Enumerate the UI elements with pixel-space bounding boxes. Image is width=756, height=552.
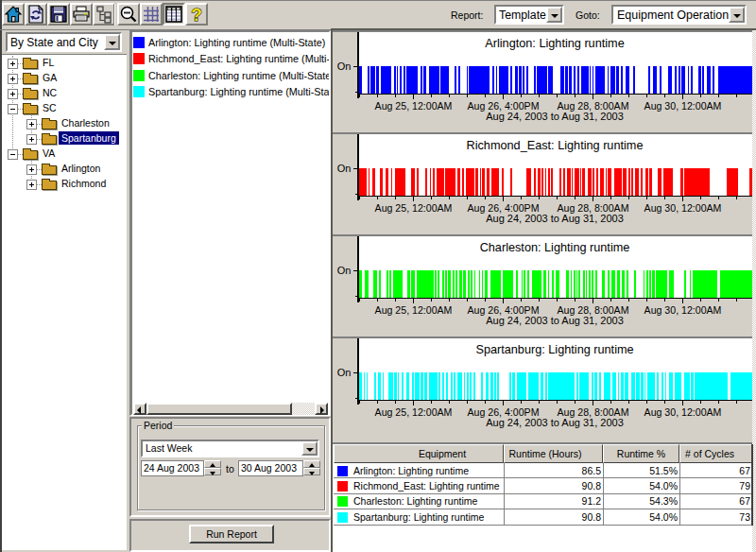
svg-text:Aug 24, 2003 to Aug 31, 2003: Aug 24, 2003 to Aug 31, 2003: [486, 417, 624, 428]
svg-text:On: On: [337, 60, 352, 72]
svg-text:On: On: [337, 367, 352, 378]
svg-text:Aug 25, 12:00AM: Aug 25, 12:00AM: [375, 304, 453, 316]
svg-text:Arlington: Lighting runtime: Arlington: Lighting runtime: [485, 37, 624, 50]
svg-text:Aug 30, 12:00AM: Aug 30, 12:00AM: [644, 304, 722, 316]
svg-text:?: ?: [191, 5, 202, 24]
svg-text:On: On: [337, 265, 352, 276]
svg-text:Aug 30, 12:00AM: Aug 30, 12:00AM: [644, 406, 722, 418]
svg-text:Aug 30, 12:00AM: Aug 30, 12:00AM: [644, 202, 722, 214]
svg-text:Charleston: Lighting runtime: Charleston: Lighting runtime: [480, 241, 630, 254]
svg-text:Richmond_East: Lighting runtim: Richmond_East: Lighting runtime: [467, 139, 644, 152]
svg-text:Aug 25, 12:00AM: Aug 25, 12:00AM: [375, 406, 453, 418]
svg-text:Aug 24, 2003 to Aug 31, 2003: Aug 24, 2003 to Aug 31, 2003: [486, 213, 624, 224]
svg-text:Aug 25, 12:00AM: Aug 25, 12:00AM: [375, 100, 453, 112]
svg-text:Aug 24, 2003 to Aug 31, 2003: Aug 24, 2003 to Aug 31, 2003: [486, 111, 624, 122]
svg-text:Spartanburg: Lighting runtime: Spartanburg: Lighting runtime: [475, 343, 633, 356]
svg-text:On: On: [337, 163, 352, 174]
svg-text:Aug 30, 12:00AM: Aug 30, 12:00AM: [644, 100, 722, 112]
svg-text:Aug 25, 12:00AM: Aug 25, 12:00AM: [375, 202, 453, 214]
svg-text:Aug 24, 2003 to Aug 31, 2003: Aug 24, 2003 to Aug 31, 2003: [486, 315, 624, 326]
